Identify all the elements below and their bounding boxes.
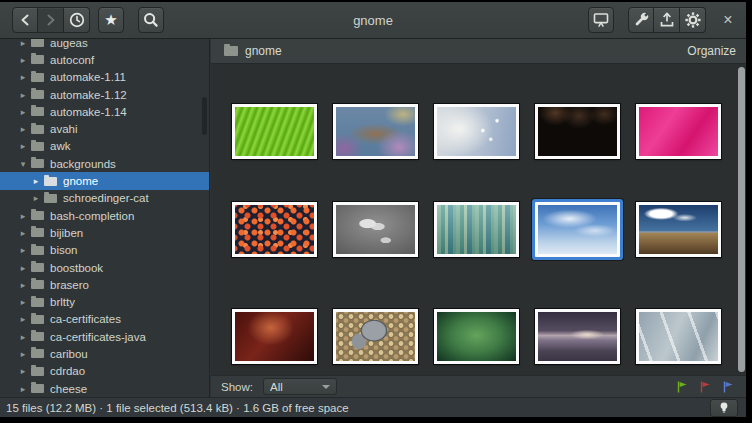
thumbnail-image [538,107,617,156]
sidebar-item-autoconf[interactable]: ▸ autoconf [0,51,209,68]
thumbnail-teal-stripes[interactable] [434,202,519,257]
settings-button[interactable] [680,7,706,33]
green-flag-icon[interactable] [676,380,688,394]
disclosure-triangle-icon[interactable]: ▾ [18,159,28,169]
sidebar-item-cdrdao[interactable]: ▸ cdrdao [0,363,209,380]
thumbnail-blue-sky[interactable] [535,202,620,257]
folder-label: cdrdao [50,365,85,377]
sidebar-item-brltty[interactable]: ▸ brltty [0,293,209,310]
thumbnail-image [235,312,314,361]
thumbnail-green-leaf[interactable] [232,104,317,159]
sidebar-item-caribou[interactable]: ▸ caribou [0,345,209,362]
folder-label: autoconf [50,54,94,66]
folder-icon [44,194,57,203]
sidebar-item-ca-certificates-java[interactable]: ▸ ca-certificates-java [0,328,209,345]
sidebar-item-gnome[interactable]: ▸ gnome [0,172,209,189]
filter-bar: Show: All [211,375,746,397]
folder-icon [31,142,44,151]
sidebar-item-brasero[interactable]: ▸ brasero [0,276,209,293]
sidebar-item-automake-1.12[interactable]: ▸ automake-1.12 [0,86,209,103]
folder-icon [31,107,44,116]
thumbnail-grid [211,64,746,375]
folder-icon [31,39,44,47]
sidebar-item-cheese[interactable]: ▸ cheese [0,380,209,397]
sidebar-item-automake-1.14[interactable]: ▸ automake-1.14 [0,103,209,120]
show-label: Show: [221,381,253,393]
search-button[interactable] [138,7,164,33]
sidebar-item-augeas[interactable]: ▸ augeas [0,39,209,51]
sidebar-item-bash-completion[interactable]: ▸ bash-completion [0,207,209,224]
disclosure-triangle-icon[interactable]: ▸ [18,245,28,255]
disclosure-triangle-icon[interactable]: ▸ [18,366,28,376]
thumbnail-dandelion[interactable] [434,104,519,159]
forward-button[interactable] [38,7,64,33]
thumbnail-pebbles[interactable] [333,309,418,364]
disclosure-triangle-icon[interactable]: ▸ [18,263,28,273]
disclosure-triangle-icon[interactable]: ▸ [18,332,28,342]
sidebar-item-schroedinger-cat[interactable]: ▸ schroedinger-cat [0,190,209,207]
export-button[interactable] [654,7,680,33]
folder-label: augeas [50,39,88,49]
disclosure-triangle-icon[interactable]: ▸ [18,228,28,238]
thumbnail-meadow-grass[interactable] [333,104,418,159]
folder-label: gnome [63,175,98,187]
disclosure-triangle-icon[interactable]: ▸ [18,39,28,48]
disclosure-triangle-icon[interactable]: ▸ [18,349,28,359]
disclosure-triangle-icon[interactable]: ▸ [31,176,41,186]
disclosure-triangle-icon[interactable]: ▸ [18,297,28,307]
disclosure-triangle-icon[interactable]: ▸ [31,193,41,203]
favorites-button[interactable]: ★ [98,7,124,33]
sidebar-item-automake-1.11[interactable]: ▸ automake-1.11 [0,69,209,86]
presentation-button[interactable] [588,7,614,33]
folder-icon [31,349,44,358]
sidebar-item-boostbook[interactable]: ▸ boostbook [0,259,209,276]
sidebar-scrollbar[interactable] [202,97,207,135]
folder-label: avahi [50,123,78,135]
history-button[interactable] [64,7,90,33]
tip-button[interactable] [710,399,738,417]
thumbnail-red-canyon[interactable] [232,309,317,364]
grid-scrollbar[interactable] [738,67,745,372]
folder-label: bison [50,244,78,256]
disclosure-triangle-icon[interactable]: ▸ [18,314,28,324]
disclosure-triangle-icon[interactable]: ▸ [18,55,28,65]
thumbnail-prairie-clouds[interactable] [636,202,721,257]
sidebar-item-bijiben[interactable]: ▸ bijiben [0,224,209,241]
disclosure-triangle-icon[interactable]: ▸ [18,72,28,82]
folder-icon [31,315,44,324]
disclosure-triangle-icon[interactable]: ▸ [18,124,28,134]
tools-button[interactable] [628,7,654,33]
thumbnail-frosty-grass[interactable] [636,309,721,364]
disclosure-triangle-icon[interactable]: ▸ [18,90,28,100]
thumbnail-dark-leaves[interactable] [535,104,620,159]
clock-icon [66,9,88,31]
folder-tree-sidebar: ▸ augeas ▸ autoconf ▸ automake-1.11 ▸ au… [0,39,210,397]
thumbnail-image [336,107,415,156]
thumbnail-image [336,312,415,361]
disclosure-triangle-icon[interactable]: ▸ [18,280,28,290]
folder-label: automake-1.12 [50,89,127,101]
sidebar-item-ca-certificates[interactable]: ▸ ca-certificates [0,311,209,328]
close-window-button[interactable]: × [716,7,740,33]
blue-flag-icon[interactable] [722,380,734,394]
thumbnail-image [639,107,718,156]
organize-button[interactable]: Organize [687,44,736,58]
sidebar-item-avahi[interactable]: ▸ avahi [0,120,209,137]
sidebar-item-backgrounds[interactable]: ▾ backgrounds [0,155,209,172]
show-filter-dropdown[interactable]: All [263,378,337,395]
folder-icon [31,367,44,376]
wrench-icon [630,9,652,31]
red-flag-icon[interactable] [699,380,711,394]
sidebar-item-awk[interactable]: ▸ awk [0,138,209,155]
disclosure-triangle-icon[interactable]: ▸ [18,141,28,151]
thumbnail-orange-flowers[interactable] [232,202,317,257]
disclosure-triangle-icon[interactable]: ▸ [18,107,28,117]
disclosure-triangle-icon[interactable]: ▸ [18,211,28,221]
thumbnail-pink-fabric[interactable] [636,104,721,159]
back-button[interactable] [12,7,38,33]
thumbnail-water-drops[interactable] [333,202,418,257]
thumbnail-stormy-beach[interactable] [535,309,620,364]
sidebar-item-bison[interactable]: ▸ bison [0,242,209,259]
thumbnail-green-vignette[interactable] [434,309,519,364]
disclosure-triangle-icon[interactable]: ▸ [18,384,28,394]
